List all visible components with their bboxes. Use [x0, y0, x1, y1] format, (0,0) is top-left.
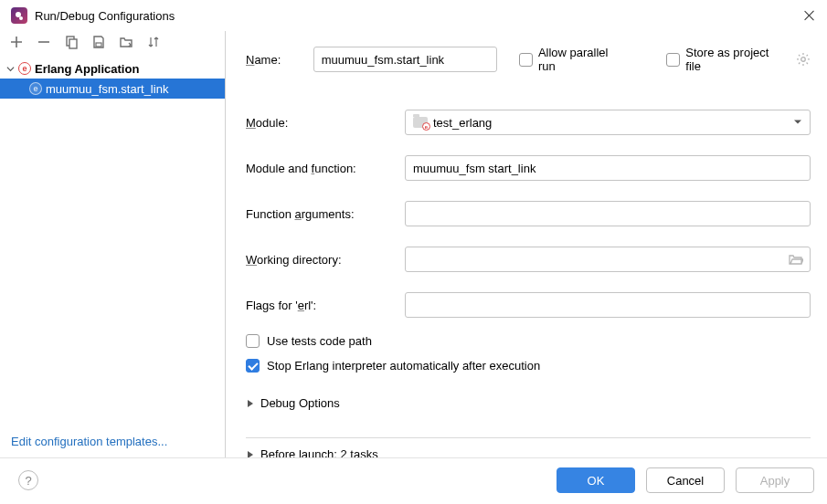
edit-templates-link[interactable]: Edit configuration templates... [11, 435, 167, 448]
help-icon[interactable]: ? [18, 470, 38, 490]
before-launch-disclosure[interactable]: Before launch: 2 tasks [246, 447, 811, 457]
workdir-field[interactable] [405, 247, 811, 272]
store-project-checkbox[interactable] [666, 53, 680, 67]
folder-icon: e [413, 117, 428, 128]
gear-icon[interactable] [796, 52, 811, 67]
config-tree: e Erlang Application e muumuu_fsm.start_… [0, 57, 225, 425]
erlang-icon: e [29, 82, 42, 95]
save-icon[interactable] [91, 35, 106, 49]
svg-rect-2 [96, 43, 101, 47]
flags-label: Flags for 'erl': [246, 299, 394, 312]
ok-button[interactable]: OK [557, 467, 635, 493]
module-value: test_erlang [433, 116, 492, 130]
use-tests-path-label: Use tests code path [267, 334, 372, 348]
mod-func-label: Module and function: [246, 162, 394, 175]
use-tests-path-checkbox[interactable] [246, 334, 260, 348]
before-launch-label: Before launch: 2 tasks [260, 447, 378, 457]
sort-icon[interactable] [146, 35, 161, 49]
remove-icon[interactable] [37, 35, 51, 49]
module-label: Module: [246, 116, 394, 130]
workdir-label: Working directory: [246, 253, 394, 267]
dialog-footer: ? OK Cancel Apply [0, 457, 827, 504]
func-args-label: Function arguments: [246, 207, 394, 221]
svg-rect-1 [69, 39, 77, 48]
allow-parallel-checkbox[interactable] [519, 53, 533, 67]
stop-after-label: Stop Erlang interpreter automatically af… [267, 359, 540, 373]
form-panel: Name: Allow parallel run Store as projec… [226, 31, 827, 457]
tree-item-label: muumuu_fsm.start_link [46, 82, 168, 96]
triangle-right-icon [248, 451, 253, 458]
store-project-label: Store as project file [685, 46, 787, 73]
close-icon[interactable] [803, 9, 816, 22]
chevron-down-icon[interactable] [5, 64, 15, 73]
left-panel: e Erlang Application e muumuu_fsm.start_… [0, 31, 226, 457]
tree-root-erlang-application[interactable]: e Erlang Application [0, 58, 225, 79]
debug-options-disclosure[interactable]: Debug Options [246, 396, 811, 410]
name-field[interactable] [313, 47, 497, 72]
separator [246, 437, 811, 438]
debug-options-label: Debug Options [260, 396, 340, 410]
folder-open-icon[interactable] [789, 253, 803, 266]
copy-icon[interactable] [64, 35, 79, 49]
title-bar: Run/Debug Configurations [0, 0, 827, 31]
allow-parallel-label: Allow parallel run [538, 46, 629, 73]
config-toolbar [0, 31, 225, 57]
stop-after-checkbox[interactable] [246, 359, 260, 373]
add-icon[interactable] [9, 35, 24, 49]
func-args-field[interactable] [405, 201, 811, 226]
folder-move-icon[interactable] [119, 35, 133, 49]
mod-func-field[interactable] [405, 155, 811, 181]
svg-point-3 [801, 58, 806, 62]
tree-item-muumuu-fsm[interactable]: e muumuu_fsm.start_link [0, 79, 225, 99]
window-title: Run/Debug Configurations [35, 9, 803, 23]
apply-button[interactable]: Apply [736, 467, 814, 493]
module-combo[interactable]: e test_erlang [405, 110, 811, 135]
chevron-down-icon [793, 116, 802, 130]
erlang-icon: e [18, 62, 31, 75]
app-icon [11, 7, 27, 24]
cancel-button[interactable]: Cancel [646, 467, 725, 493]
tree-root-label: Erlang Application [35, 62, 139, 76]
name-label: Name: [246, 53, 302, 67]
triangle-right-icon [248, 400, 253, 407]
flags-field[interactable] [405, 292, 811, 318]
